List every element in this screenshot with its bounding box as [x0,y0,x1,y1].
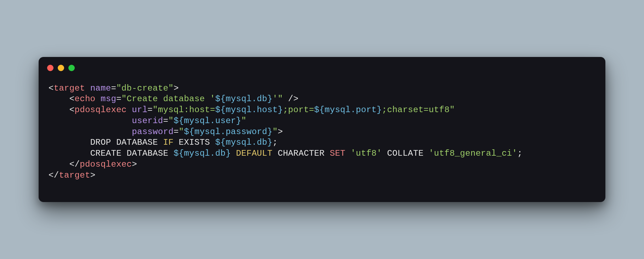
code-token: = [174,127,179,137]
code-window: <target name="db-create"> <echo msg="Cre… [39,57,605,202]
code-token: pdosqlexec [80,160,132,169]
code-token [111,138,116,147]
code-token: = [111,84,116,93]
code-token: " [153,105,158,115]
code-token: ;port= [283,105,314,115]
code-token: < [69,94,75,104]
code-token: ;charset=utf8 [382,105,450,115]
code-token [272,149,278,158]
code-token: DEFAULT [236,149,272,158]
code-token: DATABASE [116,138,158,147]
code-token: IF [163,138,173,147]
code-token: ; [272,138,278,147]
code-token: target [54,84,85,93]
code-token: < [69,105,75,115]
code-token: Create database ' [127,94,215,104]
code-token: 'utf8_general_ci' [429,149,517,158]
code-block: <target name="db-create"> <echo msg="Cre… [39,73,605,202]
code-token: " [278,94,283,104]
code-token [382,149,387,158]
code-token: msg [101,94,116,104]
code-token: password [132,127,174,137]
code-token [49,116,132,126]
code-token: " [116,84,122,93]
code-token: = [116,94,122,104]
traffic-light-zoom-icon[interactable] [68,65,75,71]
code-token [49,105,69,115]
code-token [127,105,132,115]
code-token: DROP [90,138,111,147]
code-token: db-create [122,84,168,93]
code-token: COLLATE [387,149,424,158]
code-token: userid [132,116,163,126]
code-token [95,94,101,104]
code-token: " [241,116,247,126]
code-token: " [450,105,455,115]
code-token: ${mysql.host} [215,105,283,115]
code-token: ${mysql.password} [184,127,272,137]
code-token: ' [272,94,278,104]
code-token [122,149,127,158]
code-token: " [122,94,127,104]
code-token [85,84,90,93]
traffic-light-minimize-icon[interactable] [58,65,64,71]
code-token: SET [330,149,345,158]
code-token: > [90,171,96,180]
code-token [424,149,429,158]
code-token: ${mysql.port} [314,105,382,115]
code-token [49,94,69,104]
code-token: </ [49,171,59,180]
code-token: " [168,84,174,93]
code-token [49,127,132,137]
code-token [210,138,215,147]
code-token: = [147,105,153,115]
code-token: target [59,171,90,180]
code-token [49,160,69,169]
code-token [324,149,330,158]
code-token: < [49,84,54,93]
code-token: EXISTS [179,138,210,147]
code-token: > [174,84,179,93]
code-token: CREATE [90,149,122,158]
code-token: " [179,127,184,137]
window-titlebar [39,57,605,73]
code-token: mysql:host= [158,105,215,115]
code-token: ${mysql.db} [215,94,273,104]
code-token: </ [69,160,80,169]
code-token: DATABASE [127,149,169,158]
code-token: " [168,116,174,126]
code-token [231,149,236,158]
code-token: pdosqlexec [75,105,127,115]
code-token: ${mysql.user} [174,116,241,126]
code-token: = [163,116,168,126]
code-token [174,138,179,147]
code-token: > [278,127,283,137]
code-token: url [132,105,147,115]
code-token: 'utf8' [351,149,382,158]
code-token [49,138,90,147]
code-token: ; [517,149,522,158]
code-token: > [132,160,137,169]
code-token: ${mysql.db} [174,149,231,158]
code-token: echo [75,94,96,104]
code-token [49,149,90,158]
code-token [158,138,163,147]
code-token [168,149,174,158]
code-token: name [90,84,111,93]
code-token: " [272,127,278,137]
code-token: ${mysql.db} [215,138,273,147]
traffic-light-close-icon[interactable] [47,65,53,71]
code-token: CHARACTER [278,149,324,158]
code-token [345,149,351,158]
code-token: /> [283,94,299,104]
